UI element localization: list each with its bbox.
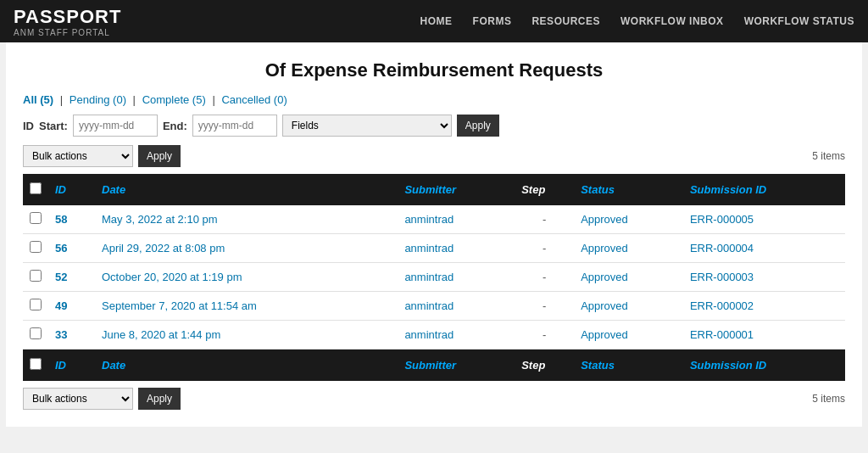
bulk-select-top[interactable]: Bulk actions [23, 145, 133, 167]
row-id-link-0[interactable]: 58 [55, 213, 67, 226]
row-subid-0: ERR-000005 [683, 205, 845, 234]
row-date-link-4[interactable]: June 8, 2020 at 1:44 pm [102, 328, 220, 341]
row-checkbox-0[interactable] [23, 205, 48, 234]
table-row: 56 April 29, 2022 at 8:08 pm anmintrad -… [23, 234, 845, 263]
row-subid-1: ERR-000004 [683, 234, 845, 263]
header-id[interactable]: ID [48, 174, 95, 205]
row-check-4[interactable] [30, 327, 42, 339]
footer-status[interactable]: Status [574, 350, 683, 382]
table-row: 49 September 7, 2020 at 11:54 am anmintr… [23, 292, 845, 321]
main-content: Of Expense Reimbursement Requests All (5… [6, 42, 862, 427]
nav-forms[interactable]: FORMS [473, 15, 512, 27]
table-body: 58 May 3, 2022 at 2:10 pm anmintrad - Ap… [23, 205, 845, 350]
header-subid[interactable]: Submission ID [683, 174, 845, 205]
nav-workflow-status[interactable]: WORKFLOW STATUS [744, 15, 854, 27]
row-subid-4: ERR-000001 [683, 321, 845, 350]
row-submitter-link-2[interactable]: anmintrad [404, 271, 453, 283]
nav-home[interactable]: HOME [420, 15, 453, 27]
footer-check [23, 350, 48, 382]
row-status-link-3[interactable]: Approved [581, 299, 628, 312]
row-subid-link-4[interactable]: ERR-000001 [690, 328, 754, 341]
row-date-0: May 3, 2022 at 2:10 pm [95, 205, 398, 234]
select-all-checkbox-top[interactable] [30, 182, 42, 194]
row-submitter-1: anmintrad [398, 234, 515, 263]
tab-cancelled[interactable]: Cancelled (0) [221, 93, 287, 106]
row-submitter-link-3[interactable]: anmintrad [404, 299, 453, 312]
start-date-input[interactable] [73, 115, 158, 137]
select-all-checkbox-bottom[interactable] [30, 358, 42, 370]
bulk-apply-bottom-button[interactable]: Apply [138, 388, 181, 410]
row-date-link-3[interactable]: September 7, 2020 at 11:54 am [102, 299, 257, 312]
row-submitter-2: anmintrad [398, 263, 515, 292]
row-id-0: 58 [48, 205, 95, 234]
row-status-0: Approved [574, 205, 683, 234]
filter-tabs: All (5) | Pending (0) | Complete (5) | C… [23, 93, 845, 106]
row-status-link-2[interactable]: Approved [581, 271, 628, 283]
data-table: ID Date Submitter Step Status Submission… [23, 174, 845, 381]
row-date-link-2[interactable]: October 20, 2020 at 1:19 pm [102, 271, 242, 283]
row-id-link-4[interactable]: 33 [55, 328, 67, 341]
header-submitter[interactable]: Submitter [398, 174, 515, 205]
row-checkbox-1[interactable] [23, 234, 48, 263]
row-status-link-4[interactable]: Approved [581, 328, 628, 341]
end-label: End: [163, 120, 187, 132]
row-subid-link-1[interactable]: ERR-000004 [690, 242, 754, 254]
filter-row: ID Start: End: Fields Apply [23, 115, 845, 137]
row-subid-link-3[interactable]: ERR-000002 [690, 299, 754, 312]
filter-apply-button[interactable]: Apply [457, 115, 499, 137]
row-check-3[interactable] [30, 299, 42, 310]
row-submitter-link-4[interactable]: anmintrad [404, 328, 453, 341]
nav-resources[interactable]: RESOURCES [531, 15, 600, 27]
end-date-input[interactable] [192, 115, 277, 137]
tab-all[interactable]: All (5) [23, 93, 53, 106]
row-check-1[interactable] [30, 241, 42, 253]
row-id-link-3[interactable]: 49 [55, 299, 67, 312]
header-status[interactable]: Status [574, 174, 683, 205]
row-checkbox-3[interactable] [23, 292, 48, 321]
row-step-3: - [515, 292, 574, 321]
header-step[interactable]: Step [515, 174, 574, 205]
row-status-link-0[interactable]: Approved [581, 213, 628, 226]
items-count-top: 5 items [812, 150, 845, 162]
footer-submitter[interactable]: Submitter [398, 350, 515, 382]
row-checkbox-4[interactable] [23, 321, 48, 350]
footer-id[interactable]: ID [48, 350, 95, 382]
row-date-link-0[interactable]: May 3, 2022 at 2:10 pm [102, 213, 218, 226]
row-date-3: September 7, 2020 at 11:54 am [95, 292, 398, 321]
row-id-4: 33 [48, 321, 95, 350]
row-status-2: Approved [574, 263, 683, 292]
logo: PASSPORT [14, 6, 121, 28]
row-id-link-2[interactable]: 52 [55, 271, 67, 283]
row-check-0[interactable] [30, 212, 42, 224]
fields-select[interactable]: Fields [282, 115, 452, 137]
row-submitter-link-1[interactable]: anmintrad [404, 242, 453, 254]
row-id-2: 52 [48, 263, 95, 292]
footer-subid[interactable]: Submission ID [683, 350, 845, 382]
row-check-2[interactable] [30, 270, 42, 282]
row-checkbox-2[interactable] [23, 263, 48, 292]
row-status-1: Approved [574, 234, 683, 263]
bulk-select-bottom[interactable]: Bulk actions [23, 388, 133, 410]
row-date-link-1[interactable]: April 29, 2022 at 8:08 pm [102, 242, 225, 254]
row-subid-link-2[interactable]: ERR-000003 [690, 271, 754, 283]
row-submitter-link-0[interactable]: anmintrad [404, 213, 453, 226]
items-count-bottom: 5 items [812, 393, 845, 405]
bulk-apply-top-button[interactable]: Apply [138, 145, 181, 167]
nav-workflow-inbox[interactable]: WORKFLOW INBOX [620, 15, 724, 27]
footer-date[interactable]: Date [95, 350, 398, 382]
row-id-link-1[interactable]: 56 [55, 242, 67, 254]
top-nav: PASSPORT ANM STAFF PORTAL HOME FORMS RES… [0, 0, 868, 42]
table-row: 52 October 20, 2020 at 1:19 pm anmintrad… [23, 263, 845, 292]
row-subid-link-0[interactable]: ERR-000005 [690, 213, 754, 226]
footer-step[interactable]: Step [515, 350, 574, 382]
tab-complete[interactable]: Complete (5) [142, 93, 206, 106]
row-date-1: April 29, 2022 at 8:08 pm [95, 234, 398, 263]
bulk-actions-top: Bulk actions Apply 5 items [23, 145, 845, 167]
row-status-link-1[interactable]: Approved [581, 242, 628, 254]
row-step-4: - [515, 321, 574, 350]
sub-title: ANM STAFF PORTAL [14, 28, 121, 37]
tab-pending[interactable]: Pending (0) [70, 93, 126, 106]
header-date[interactable]: Date [95, 174, 398, 205]
row-step-0: - [515, 205, 574, 234]
table-row: 33 June 8, 2020 at 1:44 pm anmintrad - A… [23, 321, 845, 350]
